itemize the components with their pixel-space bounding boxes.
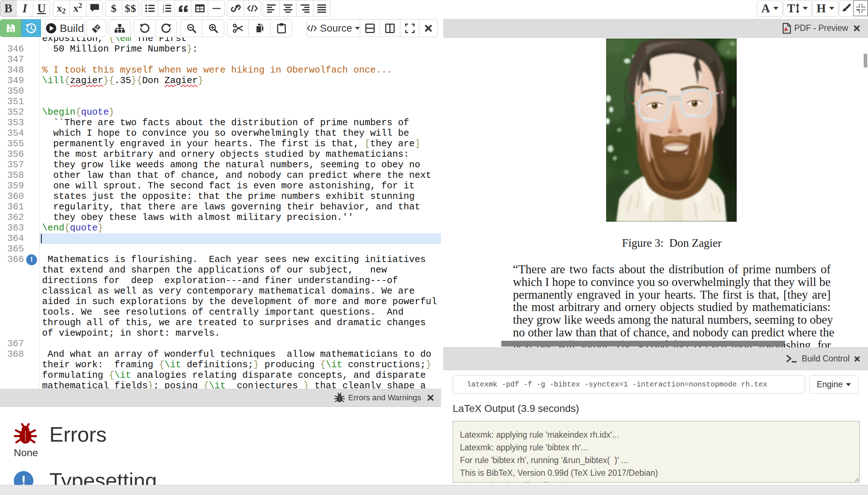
svg-text:3: 3 <box>163 10 164 13</box>
